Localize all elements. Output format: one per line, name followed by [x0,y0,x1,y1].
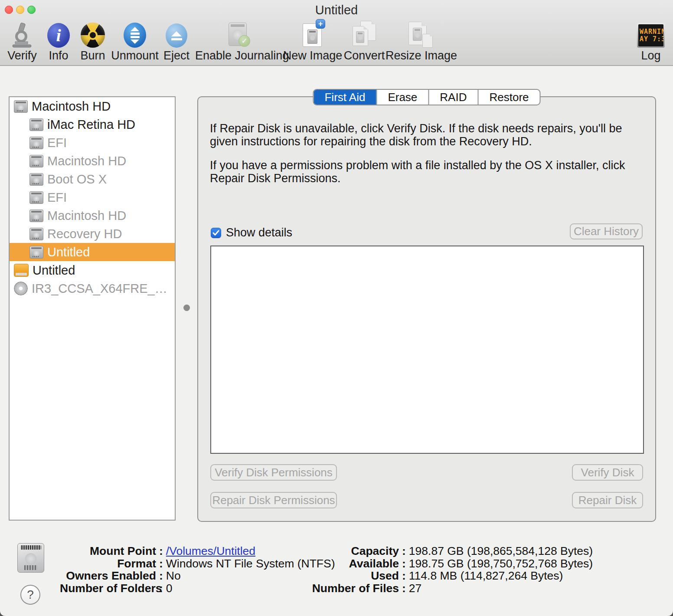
internal-drive-icon [29,137,43,149]
internal-drive-icon [29,210,43,222]
show-details-label: Show details [226,226,292,239]
toolbar-unmount[interactable]: Unmount [109,21,161,62]
sidebar-item-efi-2[interactable]: EFI [10,188,175,206]
external-drive-icon [14,264,29,277]
internal-drive-icon [29,173,43,186]
toolbar-new-image[interactable]: + New Image [282,21,343,62]
sidebar-item-macintosh-hd[interactable]: Macintosh HD [10,97,175,115]
toolbar-label: Verify [5,49,39,62]
clear-history-button[interactable]: Clear History [570,223,643,239]
sidebar-item-disc-image[interactable]: IR3_CCSA_X64FRE_EN-U... [10,279,175,298]
disc-icon [14,282,28,295]
internal-drive-icon [29,191,43,204]
first-aid-panel: First Aid Erase RAID Restore If Repair D… [197,96,656,522]
toolbar-resize-image[interactable]: Resize Image [386,21,455,62]
toolbar-eject[interactable]: Eject [159,21,194,62]
plus-badge-icon: + [316,19,325,29]
toolbar-label: Info [41,49,76,62]
resize-image-icon [408,21,433,48]
details-output-area [210,246,644,454]
checkmark-icon [212,230,219,236]
internal-drive-icon [29,118,43,131]
enable-journaling-icon: ✓ [227,23,250,48]
toolbar-info[interactable]: i Info [41,21,76,62]
toolbar-label: Log [629,49,673,62]
window-title: Untitled [0,3,673,17]
tab-restore[interactable]: Restore [477,90,539,105]
split-divider-handle[interactable] [183,305,190,311]
sidebar-item-untitled-disk[interactable]: Untitled [10,261,175,279]
internal-drive-icon [29,155,43,167]
sidebar-item-label: Untitled [33,263,75,278]
sidebar-item-imac-retina-hd[interactable]: iMac Retina HD [10,115,175,134]
repair-disk-permissions-button[interactable]: Repair Disk Permissions [210,492,337,508]
info-row-number-of-folders: Number of Folders: 0 [60,582,335,595]
sidebar-item-label: Boot OS X [47,172,107,187]
first-aid-description-2: If you have a permissions problem with a… [210,159,647,185]
toolbar-label: Resize Image [386,49,455,62]
info-icon: i [47,23,70,48]
toolbar-label: Convert [338,49,390,62]
sidebar-item-label: Untitled [47,245,90,259]
info-row-mount-point: Mount Point: /Volumes/Untitled [60,545,335,557]
sidebar-item-label: Recovery HD [47,227,122,241]
show-details-checkbox[interactable] [211,228,221,238]
sidebar-item-label: iMac Retina HD [47,118,135,132]
internal-drive-icon [29,246,43,259]
sidebar-item-label: Macintosh HD [32,99,111,114]
info-row-owners-enabled: Owners Enabled: No [60,570,335,582]
verify-disk-permissions-button[interactable]: Verify Disk Permissions [210,464,337,481]
repair-disk-button[interactable]: Repair Disk [572,492,643,508]
toolbar-label: Unmount [109,49,161,62]
burn-icon [81,23,105,48]
unmount-icon [124,23,146,48]
toolbar-label: New Image [282,49,343,62]
sidebar-item-label: IR3_CCSA_X64FRE_EN-U... [32,282,175,296]
volume-info-left: Mount Point: /Volumes/Untitled Format: W… [60,545,335,594]
sidebar-item-untitled-volume[interactable]: Untitled [10,243,175,261]
sidebar-item-label: Macintosh HD [47,154,126,168]
info-row-capacity: Capacity: 198.87 GB (198,865,584,128 Byt… [303,545,593,557]
tab-first-aid[interactable]: First Aid [314,90,376,105]
toolbar-log[interactable]: WARNIN AY 7:36 Log [629,21,673,62]
verify-disk-button[interactable]: Verify Disk [572,464,643,481]
sidebar-item-label: Macintosh HD [47,209,126,223]
log-icon: WARNIN AY 7:36 [637,23,665,48]
sidebar-item-label: EFI [47,190,67,205]
title-toolbar: Untitled Verify i Info Burn [0,0,673,66]
toolbar-burn[interactable]: Burn [75,21,110,62]
volume-info-right: Capacity: 198.87 GB (198,865,584,128 Byt… [303,545,593,594]
device-list: Macintosh HD iMac Retina HD EFI Macintos… [9,96,176,521]
sidebar-item-macintosh-hd-2[interactable]: Macintosh HD [10,152,175,170]
new-image-icon: + [300,20,325,48]
sidebar-item-efi-1[interactable]: EFI [10,134,175,152]
toolbar-convert[interactable]: Convert [338,21,390,62]
sidebar-item-macintosh-hd-3[interactable]: Macintosh HD [10,206,175,225]
toolbar-label: Eject [159,49,194,62]
first-aid-description-1: If Repair Disk is unavailable, click Ver… [210,122,647,148]
toolbar-verify[interactable]: Verify [5,21,39,62]
toolbar-enable-journaling[interactable]: ✓ Enable Journaling [195,21,282,62]
eject-icon [166,23,187,48]
help-button[interactable]: ? [20,585,40,605]
tab-raid[interactable]: RAID [428,90,477,105]
sidebar-item-boot-os-x[interactable]: Boot OS X [10,170,175,188]
selected-volume-icon [17,543,44,573]
info-row-used: Used: 114.8 MB (114,827,264 Bytes) [303,570,593,582]
sidebar-item-recovery-hd[interactable]: Recovery HD [10,225,175,243]
internal-drive-icon [29,228,43,240]
internal-drive-icon [14,100,28,113]
mount-point-link[interactable]: /Volumes/Untitled [166,544,255,557]
toolbar-label: Burn [75,49,110,62]
toolbar-label: Enable Journaling [195,49,282,62]
microscope-icon [10,23,34,48]
tab-erase[interactable]: Erase [376,90,428,105]
info-row-number-of-files: Number of Files: 27 [303,582,593,595]
sidebar-item-label: EFI [47,136,67,150]
view-tabs: First Aid Erase RAID Restore [313,89,540,105]
disk-utility-window: Untitled Verify i Info Burn [0,0,673,616]
convert-icon [352,21,377,48]
info-row-available: Available: 198.75 GB (198,750,752,768 By… [303,557,593,570]
info-row-format: Format: Windows NT File System (NTFS) [60,557,335,570]
